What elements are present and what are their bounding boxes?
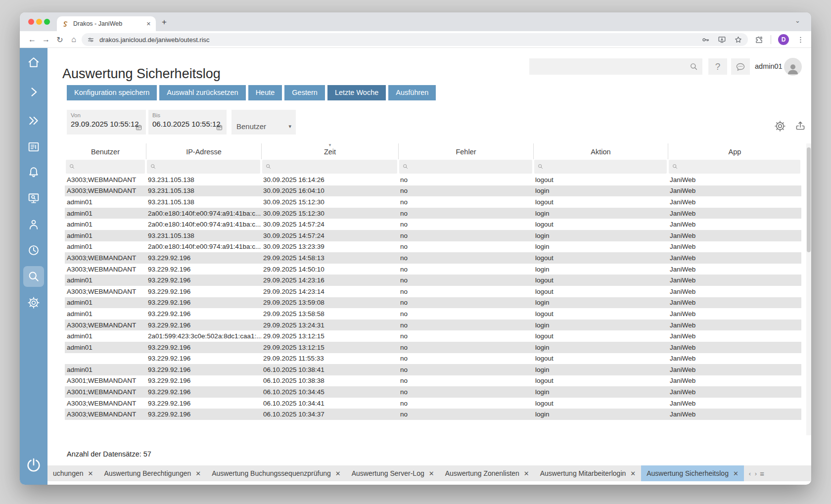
sidebar-item-newspaper[interactable] [23,137,44,157]
chevron-down-icon[interactable]: ▾ [288,123,291,130]
tab-close-icon[interactable]: ✕ [524,470,529,477]
table-settings-gear-icon[interactable] [774,120,786,133]
bookmark-star-icon[interactable] [734,35,743,45]
install-app-icon[interactable] [717,35,727,45]
date-from-value[interactable]: 29.09.2025 10:55:12 [71,120,142,128]
table-row[interactable]: admin012a00:e180:140f:e00:974:a91:41ba:c… [65,241,801,253]
table-row[interactable]: A3003;WEBMANDANT93.229.92.19606.10.2025 … [65,409,801,420]
tab-close-icon[interactable]: ✕ [429,470,434,477]
back-button[interactable]: ← [26,31,39,48]
gestern-button[interactable]: Gestern [284,85,325,100]
calendar-icon[interactable] [216,124,223,131]
url-text[interactable]: drakos.janicloud.de/janiweb/outest.risc [99,36,694,44]
table-row[interactable]: A3001;WEBMANDANT93.229.92.19606.10.2025 … [65,375,801,387]
minimize-window-button[interactable] [36,19,42,25]
ausführen-button[interactable]: Ausführen [388,85,436,100]
export-icon[interactable] [794,120,807,133]
column-header-fehler[interactable]: Fehler [398,143,533,159]
column-header-benutzer[interactable]: Benutzer [65,143,146,159]
reload-button[interactable]: ↻ [53,31,66,48]
chrome-menu-icon[interactable] [796,35,805,45]
filter-input-ip-adresse[interactable] [147,160,260,174]
table-row[interactable]: A3003;WEBMANDANT93.229.92.19629.09.2025 … [65,320,801,331]
bottom-tab-auswertung-zonenlisten[interactable]: Auswertung Zonenlisten✕ [440,465,535,481]
zoom-window-button[interactable] [44,19,50,25]
table-row[interactable]: A3003;WEBMANDANT93.231.105.13830.09.2025… [65,185,801,197]
table-row[interactable]: admin0193.231.105.13830.09.2025 14:57:24… [65,230,801,241]
bottom-tab-auswertung-sicherheitslog[interactable]: Auswertung Sicherheitslog✕ [641,465,744,481]
sidebar-item-monitor-search[interactable] [23,188,44,209]
table-row[interactable]: A3003;WEBMANDANT93.229.92.19629.09.2025 … [65,286,801,297]
filter-input-fehler[interactable] [399,160,532,174]
konfiguration-speichern-button[interactable]: Konfiguration speichern [67,85,157,100]
sidebar-item-chevron-right[interactable] [23,82,44,102]
chrome-profile-avatar[interactable]: D [778,34,789,45]
browser-tab[interactable]: Drakos - JaniWeb ✕ [57,16,156,31]
help-button[interactable]: ? [708,58,727,75]
table-row[interactable]: 93.229.92.19629.09.2025 11:55:33nologout… [65,353,801,365]
sidebar-item-gear[interactable] [23,292,44,313]
calendar-icon[interactable] [135,124,142,131]
table-row[interactable]: admin0193.229.92.19629.09.2025 13:59:08n… [65,297,801,309]
table-row[interactable]: admin0193.229.92.19629.09.2025 13:12:15n… [65,342,801,353]
sidebar-item-clock[interactable] [23,240,44,261]
user-dropdown[interactable]: Benutzer ▾ [231,110,296,135]
table-row[interactable]: A3001;WEBMANDANT93.229.92.19606.10.2025 … [65,386,801,398]
date-from-field[interactable]: Von 29.09.2025 10:55:12 [67,110,146,135]
bottom-tab-auswertung-berechtigungen[interactable]: Auswertung Berechtigungen✕ [98,465,206,481]
tune-icon[interactable] [87,36,95,44]
table-row[interactable]: admin0193.229.92.19629.09.2025 13:58:58n… [65,308,801,320]
user-avatar[interactable] [784,58,802,76]
bottom-tab-uchungen[interactable]: uchungen✕ [47,465,98,481]
bottom-tab-auswertung-mitarbeiterlogin[interactable]: Auswertung Mitarbeiterlogin✕ [535,465,641,481]
password-key-icon[interactable] [701,35,710,45]
table-row[interactable]: admin012a01:599:423:3c0e:502a:8dc1:caa1:… [65,330,801,342]
column-header-app[interactable]: App [668,143,801,159]
new-tab-button[interactable]: + [162,17,167,27]
sidebar-item-search[interactable] [23,266,44,287]
filter-input-benutzer[interactable] [66,160,145,174]
sort-indicator-icon[interactable]: ▾ [329,142,331,147]
heute-button[interactable]: Heute [248,85,282,100]
table-row[interactable]: A3003;WEBMANDANT93.231.105.13830.09.2025… [65,174,801,185]
tab-close-icon[interactable]: ✕ [335,470,341,477]
tab-close-icon[interactable]: ✕ [733,470,739,477]
forward-button[interactable]: → [40,31,52,48]
scrollbar-thumb[interactable] [807,147,811,252]
tab-close-icon[interactable]: ✕ [195,470,201,477]
column-header-ip-adresse[interactable]: IP-Adresse [146,143,261,159]
close-window-button[interactable] [28,19,34,25]
tab-close-icon[interactable]: ✕ [146,21,151,27]
table-row[interactable]: admin0193.229.92.19629.09.2025 14:23:16n… [65,275,801,286]
sidebar-item-home[interactable] [23,52,44,73]
sidebar-item-person[interactable] [23,214,44,235]
table-row[interactable]: admin012a00:e180:140f:e00:974:a91:41ba:c… [65,219,801,230]
filter-input-aktion[interactable] [534,160,667,174]
extensions-puzzle-icon[interactable] [754,35,764,45]
vertical-scrollbar[interactable] [806,143,811,435]
column-header-aktion[interactable]: Aktion [533,143,668,159]
tab-close-icon[interactable]: ✕ [88,470,93,477]
auswahl-zurücksetzen-button[interactable]: Auswahl zurücksetzen [159,85,245,100]
table-row[interactable]: admin012a00:e180:140f:e00:974:a91:41ba:c… [65,208,801,219]
tab-close-icon[interactable]: ✕ [630,470,636,477]
table-row[interactable]: A3003;WEBMANDANT93.229.92.19629.09.2025 … [65,264,801,275]
date-to-field[interactable]: Bis 06.10.2025 10:55:12 [148,110,227,135]
tab-list-menu-icon[interactable]: ≡ [760,469,764,478]
column-header-zeit[interactable]: Zeit▾ [261,143,398,159]
table-row[interactable]: A3003;WEBMANDANT93.229.92.19629.09.2025 … [65,252,801,264]
chat-button[interactable] [731,58,750,75]
table-row[interactable]: admin0193.229.92.19606.10.2025 10:38:41n… [65,364,801,375]
date-to-value[interactable]: 06.10.2025 10:55:12 [152,120,223,128]
letzte-woche-button[interactable]: Letzte Woche [327,85,386,100]
filter-input-zeit[interactable] [262,160,397,174]
table-row[interactable]: A3003;WEBMANDANT93.229.92.19606.10.2025 … [65,398,801,409]
logout-power-button[interactable] [22,453,46,477]
home-nav-button[interactable]: ⌂ [67,31,80,48]
bottom-tab-auswertung-server-log[interactable]: Auswertung Server-Log✕ [346,465,440,481]
bottom-tab-auswertung-buchungssequenzprüfung[interactable]: Auswertung Buchungssequenzprüfung✕ [206,465,346,481]
sidebar-item-double-chevron-right[interactable] [23,110,44,131]
address-bar[interactable]: drakos.janicloud.de/janiweb/outest.risc [82,33,748,46]
table-row[interactable]: admin0193.231.105.13830.09.2025 15:12:30… [65,196,801,208]
sidebar-item-bell[interactable] [23,162,44,183]
